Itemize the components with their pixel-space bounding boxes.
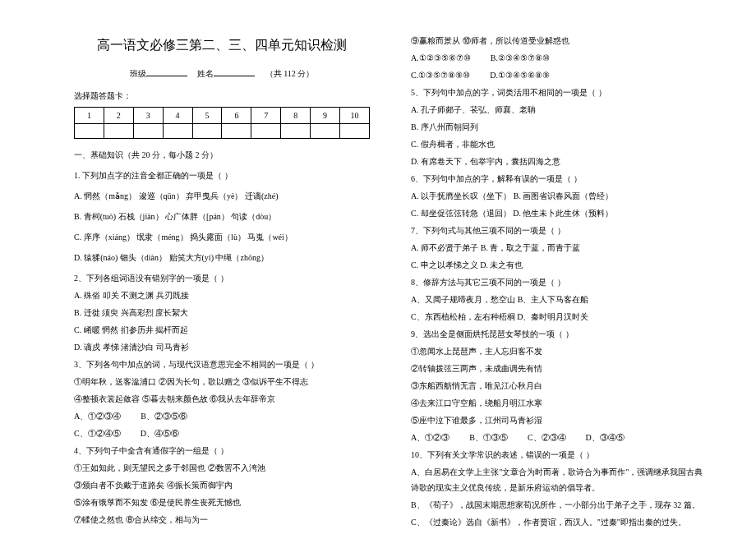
q4-line-3: ⑤涂有饿莩而不知发 ⑥是使民养生丧死无憾也 bbox=[74, 495, 370, 510]
q3-opt-d: D、④⑤⑥ bbox=[141, 426, 179, 441]
q7-opts-2: C. 申之以孝悌之义 D. 未之有也 bbox=[411, 257, 707, 273]
q4-line-2: ③颁白者不负戴于道路矣 ④振长策而御宇内 bbox=[74, 477, 370, 493]
q9-opt-a: A、①②③ bbox=[411, 430, 449, 445]
q6-opts-2: C. 却坐促弦弦转急（退回） D. 他生未卜此生休（预料） bbox=[411, 205, 707, 221]
grid-cell: 7 bbox=[251, 108, 281, 124]
grid-cell-empty bbox=[75, 124, 104, 139]
q1-opt-a: A. 惘然（mǎng） 逡巡（qūn） 弃甲曳兵（yè） 迁谪(zhé) bbox=[74, 188, 370, 204]
q7-stem: 7、下列句式与其他三项不同的一项是（ ） bbox=[411, 223, 707, 238]
q3-options: A、①②③④ B、②③⑤⑥ bbox=[74, 408, 370, 424]
q1-opt-b: B. 青柯(tuò) 石栈（jiàn） 心广体胖（[pán） 句读（dòu） bbox=[74, 209, 370, 224]
q4-line-1: ①王如知此，则无望民之多于邻国也 ②数罟不入洿池 bbox=[74, 460, 370, 476]
page-title: 高一语文必修三第二、三、四单元知识检测 bbox=[74, 33, 370, 58]
name-label: 姓名 bbox=[197, 69, 214, 78]
answer-card-label: 选择题答题卡： bbox=[74, 88, 370, 104]
grid-cell: 6 bbox=[222, 108, 251, 124]
q3-stem: 3、下列各句中加点的词，与现代汉语意思完全不相同的一项是（ ） bbox=[74, 357, 370, 372]
q6-stem: 6、下列句中加点的字，解释有误的一项是（ ） bbox=[411, 171, 707, 186]
q1-opt-d: D. 猿猱(náo) 钿头（diàn） 贻笑大方(yí) 中绳（zhōng） bbox=[74, 250, 370, 265]
q2-opt-a: A. 殊俗 叩关 不测之渊 兵刃既接 bbox=[74, 288, 370, 303]
grid-cell: 8 bbox=[281, 108, 311, 124]
q9-stem: 9、选出全是侧面烘托琵琶女琴技的一项（ ） bbox=[411, 326, 707, 342]
q8-stem: 8、修辞方法与其它三项不同的一项是（ ） bbox=[411, 274, 707, 290]
grid-cell: 5 bbox=[192, 108, 222, 124]
q3-items-2: ④整顿衣裳起敛容 ⑤暮去朝来颜色故 ⑥我从去年辞帝京 bbox=[74, 391, 370, 407]
q8-opts-2: C、东西植松柏，左右种梧桐 D、秦时明月汉时关 bbox=[411, 309, 707, 325]
q10-opt-b: B、《荀子》，战国末期思想家荀况所作，一小部分出于弟子之手，现存 32 篇。 bbox=[411, 497, 707, 513]
grid-cell: 9 bbox=[311, 108, 340, 124]
q9-line-2: ②转轴拨弦三两声，未成曲调先有情 bbox=[411, 361, 707, 376]
q7-opts-1: A. 师不必贤于弟子 B. 青，取之于蓝，而青于蓝 bbox=[411, 240, 707, 255]
q9-line-1: ①忽闻水上琵琶声，主人忘归客不发 bbox=[411, 343, 707, 359]
q2-stem: 2、下列各组词语没有错别字的一项是（ ） bbox=[74, 270, 370, 286]
q9-line-5: ⑤座中泣下谁最多，江州司马青衫湿 bbox=[411, 412, 707, 428]
left-column: 高一语文必修三第二、三、四单元知识检测 班级 姓名 （共 112 分） 选择题答… bbox=[74, 33, 370, 532]
q5-opt-d: D. 有席卷天下，包举宇内，囊括四海之意 bbox=[411, 154, 707, 169]
q9-opt-c: C、②③④ bbox=[528, 430, 566, 445]
q4-opt-a: A.①②③⑤⑥⑦⑩ bbox=[411, 50, 471, 66]
q4-opt-c: C.①③⑤⑦⑧⑨⑩ bbox=[411, 67, 470, 83]
q4-line-5: ⑨赢粮而景从 ⑩师者，所以传道受业解惑也 bbox=[411, 33, 707, 48]
q5-opt-a: A. 孔子师郯子、苌弘、师襄、老聃 bbox=[411, 102, 707, 117]
class-label: 班级 bbox=[130, 69, 146, 78]
q5-stem: 5、下列句中加点的字，词类活用不相同的一项是（ ） bbox=[411, 85, 707, 100]
q4-opt-b: B.②③④⑤⑦⑧⑩ bbox=[491, 50, 550, 66]
q4-stem: 4、下列句子中全含有通假字的一组是（ ） bbox=[74, 443, 370, 458]
section-1-header: 一、基础知识（共 20 分，每小题 2 分） bbox=[74, 147, 370, 163]
grid-cell: 10 bbox=[340, 108, 370, 124]
answer-grid: 1 2 3 4 5 6 7 8 9 10 bbox=[74, 107, 370, 139]
grid-cell: 1 bbox=[75, 108, 104, 124]
q9-opt-b: B、①③⑤ bbox=[469, 430, 508, 445]
q1-stem: 1. 下列加点字的注音全都正确的一项是（ ） bbox=[74, 168, 370, 183]
q4-options-2: C.①③⑤⑦⑧⑨⑩ D.①③④⑤⑥⑧⑨ bbox=[411, 67, 707, 83]
q6-opts-1: A. 以手抚膺坐长叹（坐下） B. 画图省识春风面（曾经） bbox=[411, 188, 707, 204]
q3-options-2: C、①②④⑤ D、④⑤⑥ bbox=[74, 426, 370, 441]
q10-opt-a: A、白居易在文学上主张"文章合为时而著，歌诗合为事而作"，强调继承我国古典诗歌的… bbox=[411, 464, 707, 495]
q8-opts-1: A、又闻子规啼夜月，愁空山 B、主人下马客在船 bbox=[411, 292, 707, 307]
q9-opt-d: D、③④⑤ bbox=[586, 430, 625, 445]
q10-stem: 10、下列有关文学常识的表述，错误的一项是（ ） bbox=[411, 447, 707, 463]
q4-options: A.①②③⑤⑥⑦⑩ B.②③④⑤⑦⑧⑩ bbox=[411, 50, 707, 66]
q3-opt-b: B、②③⑤⑥ bbox=[141, 408, 187, 424]
q9-options: A、①②③ B、①③⑤ C、②③④ D、③④⑤ bbox=[411, 430, 707, 445]
q2-opt-c: C. 崤暖 惘然 扪参历井 揭杆而起 bbox=[74, 322, 370, 338]
q2-opt-b: B. 迁徙 须臾 兴高彩烈 度长絜大 bbox=[74, 305, 370, 320]
score-label: （共 112 分） bbox=[265, 69, 315, 78]
q1-opt-c: C. 庠序（xiáng） 氓隶（méng） 捣头露面（lù） 马嵬（wéi） bbox=[74, 229, 370, 245]
q5-opt-b: B. 序八州而朝同列 bbox=[411, 119, 707, 135]
right-column: ⑨赢粮而景从 ⑩师者，所以传道受业解惑也 A.①②③⑤⑥⑦⑩ B.②③④⑤⑦⑧⑩… bbox=[411, 33, 707, 532]
grid-cell: 2 bbox=[104, 108, 133, 124]
q4-line-4: ⑦輮使之然也 ⑧合从缔交，相与为一 bbox=[74, 512, 370, 527]
q4-opt-d: D.①③④⑤⑥⑧⑨ bbox=[490, 67, 550, 83]
q9-line-3: ③东船西舫悄无言，唯见江心秋月白 bbox=[411, 378, 707, 394]
q10-opt-c: C、《过秦论》选自《新书》，作者贾谊，西汉人。"过秦"即指出秦的过失。 bbox=[411, 514, 707, 530]
q5-opt-c: C. 假舟楫者，非能水也 bbox=[411, 136, 707, 152]
q3-items-1: ①明年秋，送客湓浦口 ②因为长句，歌以赠之 ③似诉平生不得志 bbox=[74, 374, 370, 389]
grid-cell: 3 bbox=[133, 108, 163, 124]
meta-line: 班级 姓名 （共 112 分） bbox=[74, 66, 370, 81]
q3-opt-a: A、①②③④ bbox=[74, 408, 121, 424]
q9-line-4: ④去来江口守空船，绕船月明江水寒 bbox=[411, 395, 707, 411]
q3-opt-c: C、①②④⑤ bbox=[74, 426, 121, 441]
q2-opt-d: D. 谪戍 孝悌 渚清沙白 司马青衫 bbox=[74, 339, 370, 355]
grid-cell: 4 bbox=[163, 108, 192, 124]
